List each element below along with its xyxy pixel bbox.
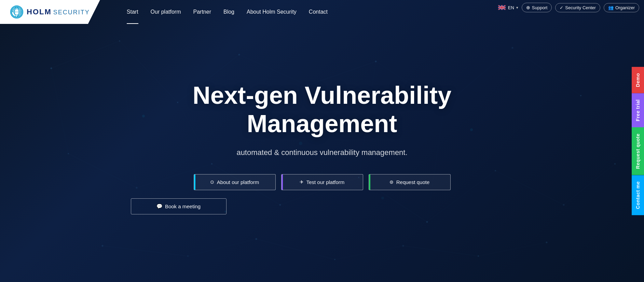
test-platform-label: Test our platform bbox=[306, 179, 345, 185]
nav-item-platform[interactable]: Our platform bbox=[145, 0, 187, 24]
cta-buttons-row: ⊙ About our platform ✈ Test our platform… bbox=[131, 174, 513, 190]
support-button[interactable]: ⊕ Support bbox=[522, 3, 552, 12]
request-quote-button[interactable]: ⊚ Request quote bbox=[369, 174, 451, 190]
test-icon: ✈ bbox=[300, 179, 304, 185]
meeting-icon: 💬 bbox=[156, 203, 162, 209]
shield-icon: ✓ bbox=[560, 5, 563, 10]
book-meeting-button[interactable]: 💬 Book a meeting bbox=[131, 198, 227, 214]
logo-holm: HOLM bbox=[27, 8, 52, 16]
svg-line-46 bbox=[335, 246, 403, 259]
hero-content: Next-gen Vulnerability Management automa… bbox=[117, 81, 527, 214]
lang-chevron: ▾ bbox=[516, 5, 518, 10]
logo-icon bbox=[10, 5, 23, 18]
organizer-label: Organizer bbox=[615, 5, 635, 10]
request-quote-tab[interactable]: Request quote bbox=[632, 127, 644, 175]
svg-line-45 bbox=[256, 239, 335, 259]
hero-section: EN ▾ ⊕ Support ✓ Security Center 👥 Organ… bbox=[0, 0, 644, 282]
free-trial-tab[interactable]: Free trial bbox=[632, 93, 644, 127]
nav-item-partner[interactable]: Partner bbox=[187, 0, 217, 24]
svg-line-48 bbox=[478, 242, 547, 256]
contact-me-tab[interactable]: Contact me bbox=[632, 175, 644, 215]
svg-line-28 bbox=[239, 55, 307, 85]
logo-security: SECURITY bbox=[53, 9, 90, 16]
lang-label: EN bbox=[508, 5, 514, 10]
nav-item-blog[interactable]: Blog bbox=[217, 0, 241, 24]
test-platform-button[interactable]: ✈ Test our platform bbox=[281, 174, 363, 190]
nav-item-contact[interactable]: Contact bbox=[303, 0, 334, 24]
demo-tab[interactable]: Demo bbox=[632, 67, 644, 93]
svg-line-33 bbox=[51, 68, 68, 154]
svg-line-42 bbox=[564, 164, 615, 205]
svg-line-25 bbox=[51, 41, 120, 68]
top-bar: EN ▾ ⊕ Support ✓ Security Center 👥 Organ… bbox=[493, 0, 644, 15]
hero-subtitle: automated & continuous vulnerability man… bbox=[131, 148, 513, 157]
svg-point-61 bbox=[15, 7, 19, 17]
security-center-label: Security Center bbox=[565, 5, 596, 10]
security-center-button[interactable]: ✓ Security Center bbox=[555, 3, 600, 12]
about-platform-button[interactable]: ⊙ About our platform bbox=[194, 174, 276, 190]
support-icon: ⊕ bbox=[526, 5, 530, 10]
users-icon: 👥 bbox=[608, 5, 614, 10]
side-tabs: Demo Free trial Request quote Contact me bbox=[632, 67, 644, 215]
hero-title: Next-gen Vulnerability Management bbox=[131, 81, 513, 138]
support-label: Support bbox=[532, 5, 548, 10]
nav-item-start[interactable]: Start bbox=[121, 0, 145, 24]
svg-point-59 bbox=[14, 9, 20, 15]
nav-item-about[interactable]: About Holm Security bbox=[241, 0, 303, 24]
svg-line-47 bbox=[403, 246, 478, 256]
language-selector[interactable]: EN ▾ bbox=[498, 5, 518, 10]
book-meeting-label: Book a meeting bbox=[165, 203, 201, 209]
request-quote-label: Request quote bbox=[396, 179, 430, 185]
logo[interactable]: HOLM SECURITY bbox=[10, 5, 90, 18]
quote-icon: ⊚ bbox=[389, 179, 394, 185]
organizer-button[interactable]: 👥 Organizer bbox=[604, 3, 639, 12]
main-nav: Start Our platform Partner Blog About Ho… bbox=[121, 0, 334, 24]
about-platform-label: About our platform bbox=[217, 179, 259, 185]
platform-icon: ⊙ bbox=[210, 179, 214, 185]
logo-area: HOLM SECURITY bbox=[0, 0, 100, 24]
svg-line-43 bbox=[102, 246, 188, 256]
flag-icon bbox=[498, 5, 506, 10]
svg-point-58 bbox=[12, 7, 22, 17]
svg-line-44 bbox=[188, 239, 256, 256]
